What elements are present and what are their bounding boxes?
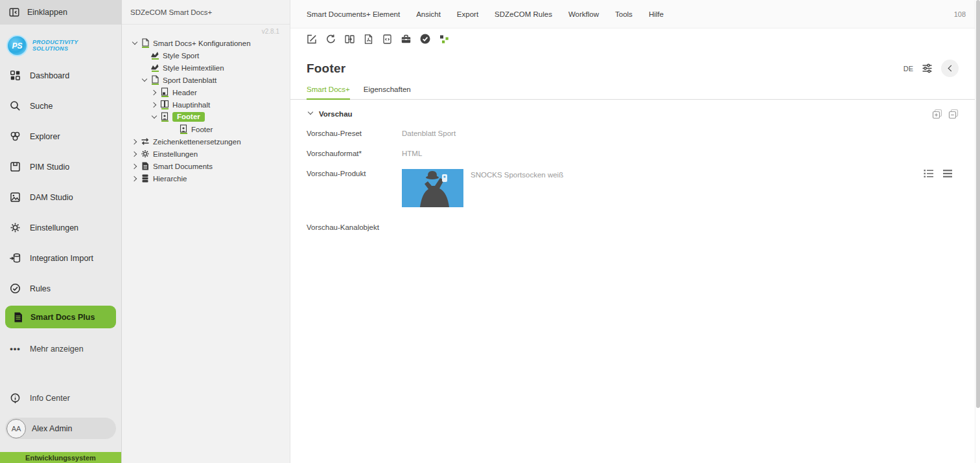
toolbox-icon[interactable] bbox=[401, 34, 412, 45]
field-label: Vorschau-Preset bbox=[307, 129, 402, 138]
tree-node[interactable]: Style Sport bbox=[122, 49, 290, 62]
environment-banner: Entwicklungssystem bbox=[0, 452, 121, 463]
tree-panel: SDZeCOM Smart Docs+ v2.8.1 Smart Docs+ K… bbox=[122, 0, 290, 463]
sidebar-item-pim-studio[interactable]: PIM Studio bbox=[0, 152, 121, 182]
tree-node[interactable]: Smart Documents bbox=[122, 160, 290, 172]
style-icon bbox=[150, 63, 159, 73]
sidebar-item-label: Mehr anzeigen bbox=[30, 344, 84, 354]
scrollbar-thumb[interactable] bbox=[976, 0, 980, 408]
page-footer-icon bbox=[179, 124, 188, 134]
chevron-right-icon[interactable] bbox=[131, 174, 139, 183]
expand-all-icon[interactable] bbox=[932, 109, 942, 119]
sidebar-item-integration-import[interactable]: Integration Import bbox=[0, 243, 121, 273]
menu-workflow[interactable]: Workflow bbox=[568, 10, 599, 18]
chevron-right-icon[interactable] bbox=[150, 100, 159, 109]
field-vorschau-kanalobjekt: Vorschau-Kanalobjekt bbox=[307, 223, 959, 232]
info-pin-icon bbox=[9, 392, 21, 405]
collapse-all-icon[interactable] bbox=[948, 109, 959, 119]
chevron-right-icon[interactable] bbox=[131, 162, 139, 170]
tree-node[interactable]: Sport Datenblatt bbox=[122, 74, 290, 86]
menu-ansicht[interactable]: Ansicht bbox=[416, 10, 441, 18]
chevron-left-icon bbox=[948, 65, 954, 72]
tree-node[interactable]: Style Heimtextilien bbox=[122, 62, 290, 74]
menu-hilfe[interactable]: Hilfe bbox=[649, 10, 664, 18]
user-menu[interactable]: AA Alex Admin bbox=[5, 418, 116, 439]
tab-smart-docs[interactable]: Smart Docs+ bbox=[307, 81, 350, 100]
tree-node[interactable]: Hierarchie bbox=[122, 172, 290, 185]
document-icon bbox=[141, 161, 150, 171]
workflow-icon[interactable] bbox=[439, 34, 450, 45]
sidebar: Einklappen PS PRODUCTIVITY SOLUTIONS Das… bbox=[0, 0, 122, 463]
product-thumbnail[interactable] bbox=[402, 169, 463, 207]
field-vorschau-produkt: Vorschau-Produkt SNOCKS Sportsocken weiß bbox=[307, 169, 959, 207]
chevron-down-icon[interactable] bbox=[131, 39, 139, 47]
collapse-panel-button[interactable] bbox=[941, 60, 959, 77]
tree-node[interactable]: Smart Docs+ Konfigurationen bbox=[122, 37, 290, 49]
vertical-scrollbar[interactable] bbox=[975, 0, 980, 463]
sidebar-item-smart-docs-plus[interactable]: Smart Docs Plus bbox=[5, 306, 116, 328]
book-icon bbox=[160, 100, 169, 109]
field-value[interactable]: Datenblatt Sport bbox=[402, 129, 456, 138]
more-dots-icon: ••• bbox=[9, 344, 21, 354]
sliders-filter-icon[interactable] bbox=[922, 63, 933, 74]
brand-logo: PS PRODUCTIVITY SOLUTIONS bbox=[0, 25, 121, 60]
sidebar-item-einstellungen[interactable]: Einstellungen bbox=[0, 212, 121, 243]
sidebar-collapse-button[interactable]: Einklappen bbox=[0, 0, 121, 25]
field-label: Vorschau-Kanalobjekt bbox=[307, 223, 402, 232]
toolbar bbox=[290, 28, 975, 49]
section-vorschau-header[interactable]: Vorschau bbox=[307, 106, 959, 129]
sidebar-item-info-center[interactable]: Info Center bbox=[0, 389, 121, 408]
code-file-icon[interactable] bbox=[382, 34, 393, 45]
refresh-icon[interactable] bbox=[325, 34, 336, 45]
product-name[interactable]: SNOCKS Sportsocken weiß bbox=[471, 169, 563, 179]
field-value[interactable]: HTML bbox=[402, 149, 422, 158]
tree-node[interactable]: Footer bbox=[122, 123, 290, 135]
version-label: v2.8.1 bbox=[122, 25, 290, 37]
sidebar-item-explorer[interactable]: Explorer bbox=[0, 121, 121, 152]
pdf-doc-icon bbox=[141, 38, 150, 48]
gear-icon bbox=[9, 221, 21, 234]
sidebar-item-mehr-anzeigen[interactable]: ••• Mehr anzeigen bbox=[0, 333, 121, 364]
field-vorschauformat: Vorschauformat* HTML bbox=[307, 149, 959, 158]
tree-node[interactable]: Header bbox=[122, 86, 290, 98]
tree-node[interactable]: Hauptinhalt bbox=[122, 98, 290, 111]
dam-studio-icon bbox=[9, 191, 21, 203]
sidebar-item-rules[interactable]: Rules bbox=[0, 273, 121, 304]
hamburger-menu-icon[interactable] bbox=[942, 169, 953, 178]
chevron-right-icon[interactable] bbox=[131, 137, 139, 146]
book-export-icon[interactable] bbox=[344, 34, 355, 45]
edit-icon[interactable] bbox=[307, 34, 318, 45]
sidebar-collapse-label: Einklappen bbox=[27, 8, 67, 17]
chevron-right-icon[interactable] bbox=[150, 88, 159, 96]
rules-check-icon bbox=[9, 282, 21, 295]
tree-node-selected[interactable]: Footer bbox=[122, 111, 290, 123]
pdf-file-icon[interactable] bbox=[363, 34, 374, 45]
collapse-panel-icon bbox=[8, 6, 20, 18]
chevron-down-icon[interactable] bbox=[150, 113, 159, 121]
sidebar-item-dashboard[interactable]: Dashboard bbox=[0, 60, 121, 91]
app-window: Einklappen PS PRODUCTIVITY SOLUTIONS Das… bbox=[0, 0, 980, 463]
tree-node[interactable]: Zeichenkettenersetzungen bbox=[122, 135, 290, 148]
page-header-icon bbox=[160, 87, 169, 97]
menu-export[interactable]: Export bbox=[457, 10, 478, 18]
gear-icon bbox=[141, 149, 150, 159]
sidebar-item-dam-studio[interactable]: DAM Studio bbox=[0, 182, 121, 212]
chevron-right-icon[interactable] bbox=[131, 150, 139, 158]
page-footer-icon bbox=[160, 112, 169, 122]
sidebar-item-label: Info Center bbox=[30, 394, 70, 403]
menu-smart-documents-element[interactable]: Smart Documents+ Element bbox=[307, 10, 400, 18]
tab-eigenschaften[interactable]: Eigenschaften bbox=[364, 81, 411, 100]
tree-node[interactable]: Einstellungen bbox=[122, 148, 290, 160]
chevron-down-icon[interactable] bbox=[141, 76, 149, 84]
list-view-icon[interactable] bbox=[924, 169, 934, 178]
language-label[interactable]: DE bbox=[904, 65, 913, 73]
sidebar-item-label: Dashboard bbox=[30, 71, 69, 80]
dashboard-icon bbox=[9, 69, 21, 82]
sidebar-item-label: PIM Studio bbox=[30, 163, 69, 172]
menu-tools[interactable]: Tools bbox=[615, 10, 633, 18]
menu-sdzecom-rules[interactable]: SDZeCOM Rules bbox=[495, 10, 552, 18]
title-row: Footer DE bbox=[290, 49, 975, 81]
count-badge: 108 bbox=[954, 10, 966, 18]
check-circle-icon[interactable] bbox=[419, 33, 431, 45]
sidebar-item-suche[interactable]: Suche bbox=[0, 91, 121, 121]
